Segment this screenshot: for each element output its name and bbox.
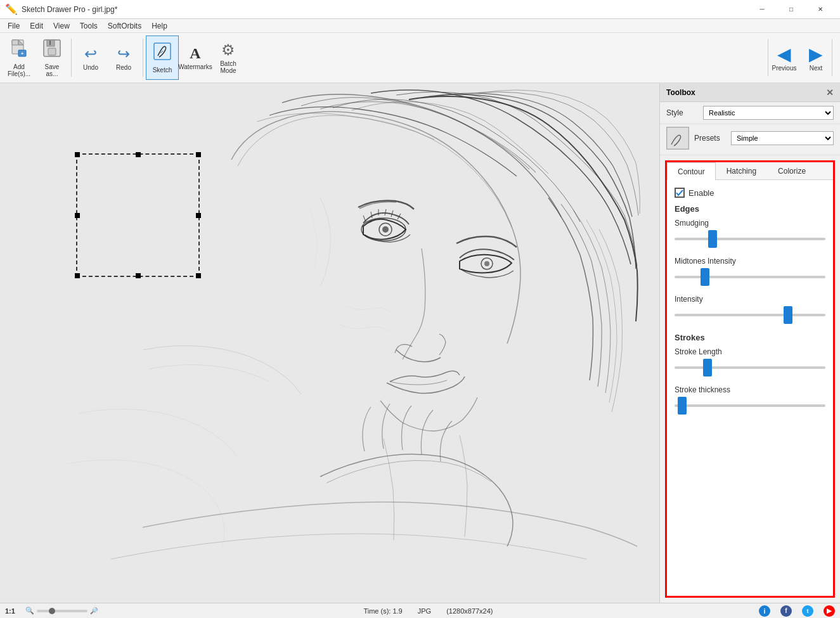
info-icon-button[interactable]: i [759,605,770,617]
zoom-plus-icon[interactable]: 🔎 [90,607,98,614]
titlebar: ✏️ Sketch Drawer Pro - girl.jpg* ─ □ ✕ [0,0,840,19]
stroke-length-track[interactable] [675,359,825,377]
enable-checkbox[interactable] [675,188,685,198]
midtones-slider-row: Midtones Intensity [675,257,825,286]
menu-tools[interactable]: Tools [75,20,103,32]
menu-file[interactable]: File [3,20,25,32]
menu-softorbits[interactable]: SoftOrbits [103,20,146,32]
canvas-area[interactable] [0,84,659,603]
title-text: Sketch Drawer Pro - girl.jpg* [22,5,747,14]
dimensions-label: (1280x877x24) [446,607,493,615]
smudging-track[interactable] [675,230,825,248]
presets-row: Presets Simple Complex Portrait [660,124,840,155]
watermarks-button[interactable]: A Watermarks [179,35,212,80]
undo-button[interactable]: ↩ Undo [74,35,107,80]
add-file-label: AddFile(s)... [8,63,30,77]
statusbar: 1:1 🔍 🔎 Time (s): 1.9 JPG (1280x877x24) … [0,603,840,618]
tab-hatching[interactable]: Hatching [716,162,767,179]
menu-edit[interactable]: Edit [25,20,48,32]
youtube-icon-button[interactable]: ▶ [824,605,835,617]
midtones-track[interactable] [675,268,825,286]
smudging-slider-row: Smudging [675,219,825,248]
previous-button[interactable]: ◀ Previous [768,39,800,77]
previous-icon: ◀ [777,44,791,65]
stroke-thickness-track[interactable] [675,397,825,415]
intensity-bg [675,314,825,316]
toolbar-sep-1 [71,39,72,77]
style-row: Style Realistic Simple Detailed [660,102,840,124]
app-icon: ✏️ [5,3,18,15]
smudging-bg [675,238,825,240]
presets-label: Presets [694,134,726,143]
maximize-button[interactable]: □ [777,0,806,19]
svg-point-15 [484,261,489,266]
svg-rect-16 [668,128,688,148]
close-button[interactable]: ✕ [806,0,835,19]
nav-area: ◀ Previous ▶ Next [768,39,832,77]
next-label: Next [810,65,823,72]
stroke-length-label: Stroke Length [675,347,825,356]
main-area: Toolbox ✕ Style Realistic Simple Detaile… [0,84,840,603]
style-label: Style [666,108,698,117]
intensity-label: Intensity [675,295,825,304]
watermarks-icon: A [190,45,200,62]
undo-label: Undo [83,64,98,71]
intensity-track[interactable] [675,306,825,324]
add-file-button[interactable]: + AddFile(s)... [3,35,36,80]
smudging-thumb[interactable] [708,230,717,248]
next-button[interactable]: ▶ Next [800,39,832,77]
toolbar: + AddFile(s)... Saveas... ↩ Undo ↪ Redo [0,33,840,84]
batch-mode-button[interactable]: ⚙ BatchMode [212,35,245,80]
intensity-slider-row: Intensity [675,295,825,324]
zoom-thumb[interactable] [49,608,55,614]
stroke-thickness-bg [675,404,825,407]
svg-rect-8 [49,41,51,45]
toolbox-close-button[interactable]: ✕ [826,87,834,98]
stroke-length-thumb[interactable] [703,359,712,377]
zoom-minus-icon[interactable]: 🔍 [25,607,34,615]
undo-icon: ↩ [84,45,97,63]
toolbox-header: Toolbox ✕ [660,84,840,102]
presets-thumbnail [666,127,689,150]
tab-colorize[interactable]: Colorize [767,162,817,179]
style-select[interactable]: Realistic Simple Detailed [703,106,834,120]
sketch-canvas [0,84,659,603]
sketch-button[interactable]: Sketch [146,35,179,80]
smudging-label: Smudging [675,219,825,228]
svg-rect-7 [48,48,56,55]
midtones-bg [675,276,825,278]
svg-rect-10 [16,84,643,603]
intensity-thumb[interactable] [784,306,792,324]
svg-text:+: + [21,51,24,56]
menu-view[interactable]: View [48,20,75,32]
midtones-thumb[interactable] [701,268,709,286]
enable-row: Enable [675,188,825,198]
toolbox-title: Toolbox [666,88,695,97]
sketch-label: Sketch [153,67,172,74]
main-panel: Contour Hatching Colorize Enable Edges [665,160,835,598]
minimize-button[interactable]: ─ [747,0,777,19]
stroke-thickness-thumb[interactable] [678,397,687,415]
svg-rect-1 [12,40,18,45]
redo-label: Redo [116,64,131,71]
menu-help[interactable]: Help [146,20,172,32]
zoom-slider[interactable] [37,610,87,612]
midtones-label: Midtones Intensity [675,257,825,266]
stroke-thickness-slider-row: Stroke thickness [675,385,825,415]
redo-button[interactable]: ↪ Redo [107,35,140,80]
next-icon: ▶ [809,44,823,65]
redo-icon: ↪ [117,45,130,63]
enable-label: Enable [688,188,714,198]
stroke-thickness-label: Stroke thickness [675,385,825,394]
tab-contour[interactable]: Contour [667,162,716,180]
stroke-length-slider-row: Stroke Length [675,347,825,377]
save-as-button[interactable]: Saveas... [36,35,68,80]
presets-select[interactable]: Simple Complex Portrait [731,131,834,145]
previous-label: Previous [772,65,797,72]
facebook-icon-button[interactable]: f [780,605,792,617]
twitter-icon-button[interactable]: t [802,605,813,617]
zoom-level: 1:1 [5,607,15,615]
add-file-icon: + [10,39,29,62]
svg-point-13 [382,226,389,233]
time-label: Time (s): 1.9 [363,607,402,615]
